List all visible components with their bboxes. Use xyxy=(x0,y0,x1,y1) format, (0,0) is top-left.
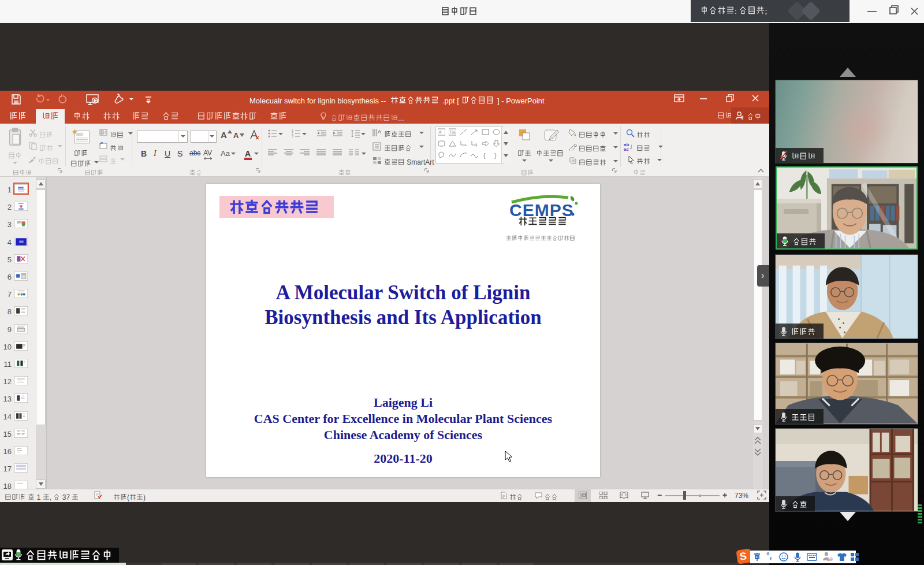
svg-text:ac: ac xyxy=(624,147,629,151)
svg-text:{: { xyxy=(483,152,486,159)
svg-text:3: 3 xyxy=(292,135,293,137)
svg-text:}: } xyxy=(494,152,497,159)
svg-text:A: A xyxy=(453,131,456,135)
svg-text:19: 19 xyxy=(827,556,833,562)
svg-text:A: A xyxy=(378,129,381,135)
svg-text:A: A xyxy=(439,130,442,134)
